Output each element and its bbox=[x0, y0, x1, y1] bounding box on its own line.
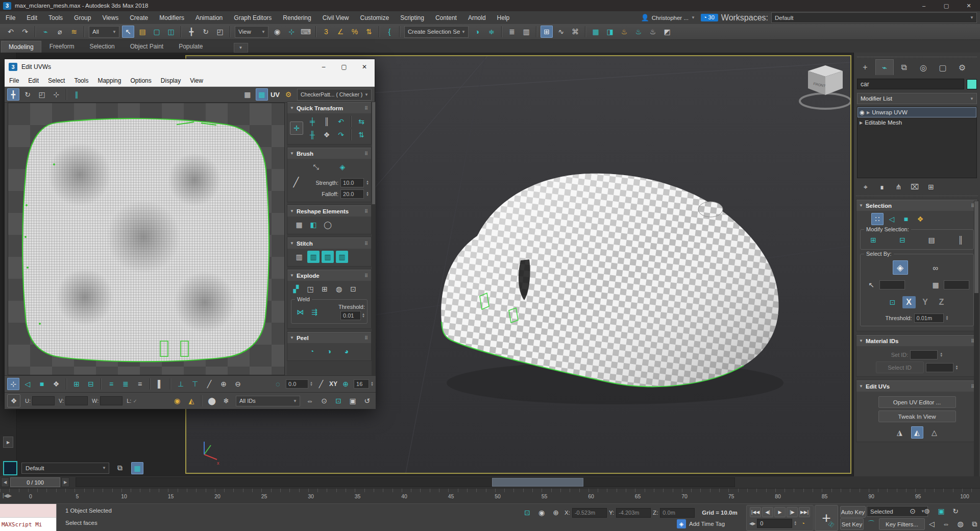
maxscript-pink-row[interactable] bbox=[0, 504, 56, 518]
straighten-selection-icon[interactable]: ◧ bbox=[307, 219, 320, 231]
edit-uvs-header[interactable]: ▼Edit UVs⠿ bbox=[856, 380, 977, 392]
use-pivot-point-icon[interactable]: ◉ bbox=[271, 26, 283, 38]
peel-header[interactable]: ▼Peel⠿ bbox=[287, 332, 371, 343]
edge-loop-icon[interactable]: ▤ bbox=[925, 234, 938, 246]
default-dropdown[interactable]: Default ▼ bbox=[21, 463, 109, 474]
menu-modifiers[interactable]: Modifiers bbox=[154, 14, 190, 21]
maximize-viewport-icon[interactable]: ⧉ bbox=[969, 518, 980, 530]
v-field[interactable] bbox=[65, 396, 88, 405]
go-to-end-icon[interactable]: ▶▶| bbox=[799, 507, 810, 517]
menu-edit[interactable]: Edit bbox=[21, 14, 43, 21]
open-uv-editor-button[interactable]: Open UV Editor ... bbox=[878, 396, 956, 408]
schematic-view-icon[interactable]: ⌘ bbox=[569, 26, 581, 38]
absolute-offset-icon[interactable]: ⊕ bbox=[550, 506, 562, 519]
brush-header[interactable]: ▼Brush⠿ bbox=[287, 148, 371, 159]
grow-selection-icon[interactable]: ⊞ bbox=[70, 378, 83, 390]
explode-header[interactable]: ▼Explode⠿ bbox=[287, 270, 371, 281]
modifier-list-dropdown[interactable]: Modifier List ▼ bbox=[857, 93, 977, 104]
set-keys-button[interactable]: + ⚿ bbox=[815, 505, 838, 531]
workspaces-select[interactable]: Default ▼ bbox=[771, 12, 977, 23]
uvw-menu-file[interactable]: File bbox=[5, 75, 23, 87]
zoom-icon[interactable]: ⊙ bbox=[318, 395, 330, 407]
show-map-toggle-icon[interactable]: ▦ bbox=[241, 88, 254, 101]
hierarchy-tab[interactable]: ⧉ bbox=[895, 59, 913, 76]
undo-icon[interactable]: ↶ bbox=[5, 26, 17, 38]
zoom-extents-icon[interactable]: ▣ bbox=[347, 395, 359, 407]
flatten-by-face-angle-icon[interactable]: ⊞ bbox=[318, 283, 331, 295]
stitch-to-source-icon[interactable]: ▥ bbox=[307, 251, 320, 263]
w-field[interactable] bbox=[100, 396, 122, 405]
grid-snap-icon[interactable]: ⊕ bbox=[339, 378, 352, 390]
create-tab[interactable]: + bbox=[856, 59, 874, 76]
add-time-tag[interactable]: ◈ Add Time Tag bbox=[677, 519, 725, 528]
reference-coordinate-dropdown[interactable]: View▼ bbox=[235, 26, 268, 38]
menu-rendering[interactable]: Rendering bbox=[277, 14, 316, 21]
hide-icon[interactable]: ⬤ bbox=[206, 395, 218, 407]
align-to-vertical-icon[interactable]: ⊥ bbox=[175, 378, 187, 390]
align-horizontal-icon[interactable]: ╪ bbox=[306, 115, 318, 128]
select-and-rotate-icon[interactable]: ↻ bbox=[200, 26, 212, 38]
key-mode-toggle-icon[interactable]: ◔ bbox=[799, 519, 807, 527]
render-production-icon[interactable]: ♨ bbox=[618, 26, 630, 38]
ribbon-tab-modeling[interactable]: Modeling bbox=[1, 41, 41, 53]
ribbon-tab-object-paint[interactable]: Object Paint bbox=[123, 41, 170, 53]
make-unique-icon[interactable]: ⋔ bbox=[892, 181, 904, 193]
uv-space-label[interactable]: UV bbox=[271, 91, 280, 99]
material-ids-header[interactable]: ▼Material IDs⠿ bbox=[856, 335, 977, 346]
l-checkbox[interactable]: ✓ bbox=[133, 398, 137, 404]
vertex-mode-icon[interactable]: ⊹ bbox=[7, 378, 19, 390]
align-vertical-icon[interactable]: ║ bbox=[321, 115, 333, 128]
previous-frame-icon[interactable]: ◀| bbox=[762, 507, 773, 517]
relax-brush-icon[interactable]: ◈ bbox=[336, 161, 349, 173]
remove-modifier-icon[interactable]: ⌧ bbox=[909, 181, 921, 193]
move-brush-icon[interactable]: ⤡ bbox=[310, 161, 322, 173]
face-select-icon[interactable]: ■ bbox=[900, 213, 912, 225]
flatten-by-smoothing-group-icon[interactable]: ◍ bbox=[333, 283, 345, 295]
isolate-selection-icon[interactable]: ⊡ bbox=[521, 506, 533, 519]
unlink-selection-icon[interactable]: ⌀ bbox=[54, 26, 66, 38]
pan-icon[interactable]: ⇔ bbox=[304, 395, 316, 407]
render-last-icon[interactable]: ♨ bbox=[647, 26, 659, 38]
edit-uvws-titlebar[interactable]: 3 Edit UVWs – ▢ ✕ bbox=[5, 59, 375, 75]
rotate-ccw-icon[interactable]: ↶ bbox=[335, 115, 347, 128]
keyboard-shortcut-override-icon[interactable]: ⌨ bbox=[300, 26, 312, 38]
axis-y-button[interactable]: Y bbox=[919, 296, 932, 308]
uv-editor-canvas[interactable] bbox=[8, 103, 285, 375]
relax-until-flat-icon[interactable]: ◯ bbox=[322, 219, 334, 231]
rotate-cw-icon[interactable]: ↷ bbox=[335, 129, 347, 141]
expand-arrow-icon[interactable]: ▶ bbox=[867, 110, 870, 115]
set-key-mode-icon[interactable]: ⌒ bbox=[865, 518, 877, 530]
ribbon-overflow-button[interactable]: ▼ bbox=[234, 43, 248, 53]
y-coordinate-field[interactable]: -4.203m bbox=[616, 508, 651, 518]
next-frame-button[interactable]: ▶ bbox=[61, 477, 69, 487]
ribbon-tab-selection[interactable]: Selection bbox=[82, 41, 121, 53]
checker-tiling-icon[interactable]: ▩ bbox=[256, 88, 268, 101]
uvw-menu-select[interactable]: Select bbox=[43, 75, 69, 87]
menu-civil-view[interactable]: Civil View bbox=[317, 14, 355, 21]
edit-named-selection-sets-icon[interactable]: { bbox=[383, 26, 396, 38]
scene-explorer-expand-button[interactable]: ▶ bbox=[3, 437, 13, 448]
select-object-icon[interactable]: ↖ bbox=[122, 26, 134, 38]
ribbon-tab-populate[interactable]: Populate bbox=[172, 41, 210, 53]
utilities-tab[interactable]: ⚙ bbox=[953, 59, 971, 76]
close-button[interactable]: ✕ bbox=[354, 59, 375, 75]
menu-help[interactable]: Help bbox=[492, 14, 516, 21]
select-by-name-icon[interactable]: ▤ bbox=[136, 26, 149, 38]
align-to-horizontal-icon[interactable]: ⊤ bbox=[189, 378, 201, 390]
field-of-view-icon[interactable]: ◁ bbox=[926, 518, 938, 530]
menu-create[interactable]: Create bbox=[124, 14, 154, 21]
key-selection-dropdown[interactable]: Selected ▼ bbox=[867, 506, 928, 517]
break-icon[interactable]: ▞ bbox=[290, 283, 302, 295]
relax-tool-icon[interactable]: ▦ bbox=[293, 219, 305, 231]
weld-all-icon[interactable]: ⇶ bbox=[308, 306, 321, 318]
uvw-menu-view[interactable]: View bbox=[185, 75, 208, 87]
paint-select-subtract-icon[interactable]: ⊖ bbox=[232, 378, 244, 390]
shrink-loop-icon[interactable]: ≡ bbox=[134, 378, 146, 390]
track-bar-ruler[interactable]: |◀▶ 051015202530354045505560657075808590… bbox=[0, 488, 980, 504]
orbit-icon[interactable]: ↻ bbox=[949, 505, 962, 517]
zoom-icon[interactable]: ⊙ bbox=[906, 505, 919, 517]
grid-size-field[interactable]: 16 bbox=[354, 379, 369, 389]
menu-group[interactable]: Group bbox=[68, 14, 96, 21]
revert-icon[interactable]: ↺ bbox=[361, 395, 373, 407]
mirror-icon[interactable]: ∥ bbox=[70, 88, 83, 101]
